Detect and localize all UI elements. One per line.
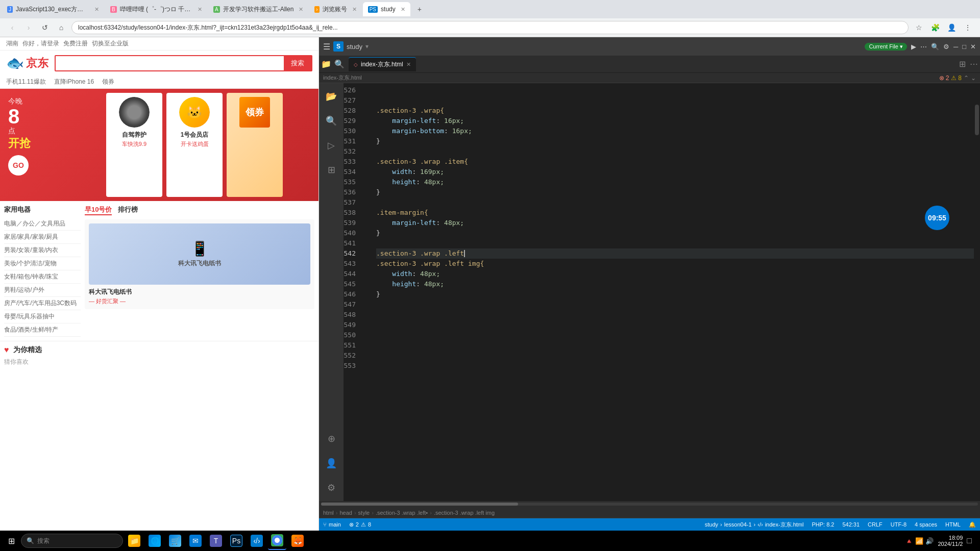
run-debug-icon[interactable]: ▷	[322, 136, 340, 155]
editor-active-tab[interactable]: ◇ index-京东.html ✕	[349, 57, 416, 71]
tray-icon-3[interactable]: 🔊	[925, 537, 934, 545]
tab-1[interactable]: J JavaScript130_exec方法_晓晚... ✕	[2, 2, 104, 16]
jd-promo-3[interactable]: 领券	[102, 78, 114, 86]
account-icon[interactable]: 👤	[322, 454, 340, 472]
start-button[interactable]: ⊞	[4, 534, 19, 548]
cursor-position[interactable]: 542:31	[842, 521, 860, 528]
taskbar-search[interactable]: 🔍 搜索	[21, 534, 123, 548]
jd-sidebar-item-5[interactable]: 男鞋/运动/户外	[4, 284, 81, 297]
language-mode[interactable]: HTML	[945, 521, 961, 528]
run-btn[interactable]: ▶	[911, 43, 916, 51]
back-btn[interactable]: ‹	[6, 21, 18, 34]
url-bar[interactable]: localhost:63342/study/lesson04-1/index-京…	[71, 21, 909, 34]
current-file-btn[interactable]: Current File ▾	[865, 43, 907, 51]
encoding[interactable]: UTF-8	[891, 521, 906, 528]
jd-search-input[interactable]	[56, 56, 284, 70]
jd-tab-early[interactable]: 早10号价	[85, 205, 112, 215]
h-scrollbar-thumb[interactable]	[321, 503, 518, 506]
minimize-btn[interactable]: ─	[953, 43, 958, 51]
tab-2-close[interactable]: ✕	[198, 6, 202, 13]
jd-card-2[interactable]: 🐱 1号会员店 开卡送鸡蛋	[166, 93, 223, 197]
chevron-down-icon[interactable]: ▾	[365, 43, 369, 50]
expand-panel-icon[interactable]: ⌄	[971, 74, 976, 82]
warning-indicator[interactable]: ⚠ 8	[951, 74, 962, 82]
forward-btn[interactable]: ›	[22, 21, 35, 34]
tab-5-close[interactable]: ✕	[401, 6, 405, 13]
file-explorer-icon[interactable]: 📁	[321, 59, 331, 69]
explorer-icon[interactable]: 📂	[322, 87, 340, 106]
jd-sidebar-item-1[interactable]: 家居/家具/家装/厨具	[4, 231, 81, 244]
jd-sidebar-item-8[interactable]: 食品/酒类/生鲜/特产	[4, 323, 81, 337]
jd-sidebar-item-6[interactable]: 房产/汽车/汽车用品3C数码	[4, 297, 81, 310]
jd-sidebar-item-0[interactable]: 电脑／办公／文具用品	[4, 217, 81, 231]
tab-5[interactable]: PS study ✕	[363, 2, 410, 16]
horizontal-scrollbar[interactable]	[319, 501, 980, 507]
jd-go-btn[interactable]: GO	[8, 155, 29, 176]
tab-3[interactable]: A 开发学习软件搬运工-Allen ✕	[208, 2, 308, 16]
tray-icon-2[interactable]: 📶	[915, 537, 923, 545]
jd-card-3[interactable]: 领券	[227, 93, 283, 197]
scrollbar-thumb[interactable]	[975, 105, 979, 135]
breadcrumb-selector[interactable]: .section-3 .wrap .left•	[376, 510, 428, 516]
taskbar-app-teams[interactable]: T	[207, 532, 225, 550]
jd-sidebar-item-4[interactable]: 女鞋/箱包/钟表/珠宝	[4, 270, 81, 284]
jd-login[interactable]: 你好，请登录	[22, 39, 59, 48]
tab-3-close[interactable]: ✕	[299, 6, 303, 13]
home-btn[interactable]: ⌂	[55, 21, 67, 34]
settings-code-icon[interactable]: ⚙	[322, 479, 340, 497]
jd-tab-rank[interactable]: 排行榜	[118, 205, 138, 215]
remote-icon[interactable]: ⊕	[322, 430, 340, 448]
tab-1-close[interactable]: ✕	[94, 6, 99, 13]
jd-register[interactable]: 免费注册	[63, 39, 88, 48]
jd-search-btn[interactable]: 搜索	[284, 56, 311, 70]
search-icon[interactable]: 🔍	[931, 43, 939, 51]
more-actions-icon[interactable]: ⋯	[970, 59, 978, 69]
editor-more-btn[interactable]: ⋯	[920, 43, 927, 51]
feedback-icon[interactable]: 🔔	[969, 521, 976, 528]
taskbar-app-store[interactable]: 🛒	[166, 532, 184, 550]
tab-4[interactable]: › 浏览账号 ✕	[309, 2, 361, 16]
breadcrumb-img[interactable]: .section-3 .wrap .left img	[434, 510, 495, 516]
taskbar-time[interactable]: 18:09 2024/11/2	[938, 535, 963, 547]
jd-product-card[interactable]: 📱 科大讯飞电纸书 科大讯飞电纸书 — 好货汇聚 —	[85, 219, 314, 309]
indent-size[interactable]: 4 spaces	[915, 521, 937, 528]
maximize-btn[interactable]: □	[962, 43, 966, 51]
refresh-btn[interactable]: ↺	[39, 21, 51, 34]
jd-promo-2[interactable]: 直降iPhone 16	[54, 78, 94, 86]
split-editor-icon[interactable]: ⊞	[959, 59, 966, 69]
breadcrumb-head[interactable]: head	[339, 510, 352, 516]
collapse-panel-icon[interactable]: ⌃	[964, 74, 969, 82]
error-indicator[interactable]: ⊗ 2	[939, 74, 949, 82]
hamburger-icon[interactable]: ☰	[323, 42, 330, 52]
vertical-scrollbar[interactable]	[974, 83, 980, 501]
jd-card-1[interactable]: 自驾养护 车快洗9.9	[106, 93, 162, 197]
taskbar-app-explorer[interactable]: 📁	[125, 532, 143, 550]
extensions-btn[interactable]: 🧩	[929, 21, 941, 34]
breadcrumb-style[interactable]: style	[358, 510, 370, 516]
notification-btn[interactable]: □	[967, 536, 972, 545]
taskbar-app-mail[interactable]: ✉	[186, 532, 205, 550]
code-content[interactable]: .section-3 .wrap{ margin-left: 16px; mar…	[368, 83, 974, 501]
search-sidebar-icon[interactable]: 🔍	[334, 59, 345, 69]
taskbar-app-ps[interactable]: Ps	[227, 532, 246, 550]
jd-sidebar-item-2[interactable]: 男装/女装/童装/内衣	[4, 244, 81, 257]
extensions-code-icon[interactable]: ⊞	[322, 161, 340, 179]
jd-promo-1[interactable]: 手机11.11爆款	[6, 78, 46, 86]
line-ending[interactable]: CRLF	[868, 521, 883, 528]
new-tab-btn[interactable]: +	[413, 3, 426, 15]
jd-sidebar-item-7[interactable]: 母婴/玩具乐器抽中	[4, 310, 81, 323]
git-icon[interactable]: ⑂ main	[323, 521, 341, 528]
close-btn[interactable]: ✕	[970, 43, 976, 51]
breadcrumb-html[interactable]: html	[323, 510, 334, 516]
tab-4-close[interactable]: ✕	[352, 6, 357, 13]
bookmark-btn[interactable]: ☆	[913, 21, 925, 34]
taskbar-app-chrome[interactable]	[268, 532, 286, 550]
menu-btn[interactable]: ⋮	[962, 21, 974, 34]
error-status[interactable]: ⊗ 2 ⚠ 8	[349, 521, 371, 528]
taskbar-app-firefox[interactable]: 🦊	[288, 532, 307, 550]
study-label[interactable]: study › lesson04-1 › ‹/› index-京东.html	[705, 521, 804, 529]
jd-enterprise[interactable]: 切换至企业版	[92, 39, 129, 48]
tray-icon-1[interactable]: 🔺	[905, 537, 913, 545]
profile-btn[interactable]: 👤	[945, 21, 958, 34]
taskbar-app-code[interactable]: ‹/›	[248, 532, 266, 550]
